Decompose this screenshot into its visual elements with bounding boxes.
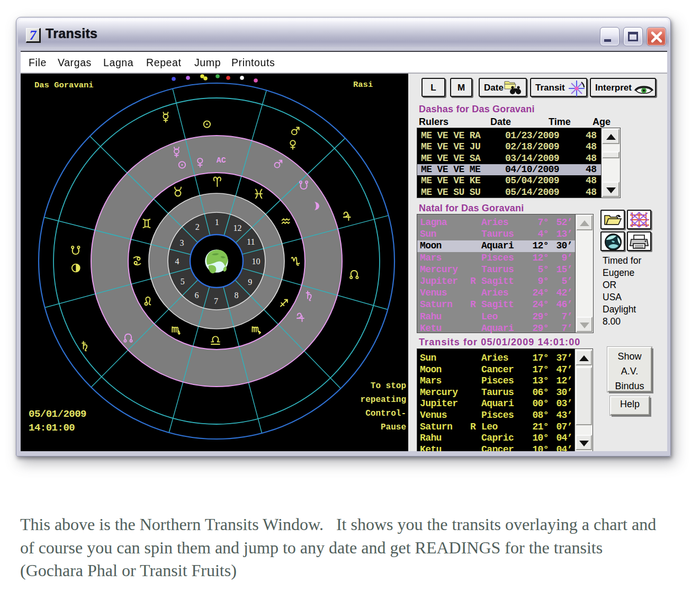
- svg-text:6: 6: [195, 291, 199, 300]
- svg-text:7: 7: [214, 297, 218, 306]
- svg-text:12: 12: [234, 223, 242, 232]
- svg-text:9: 9: [248, 277, 252, 286]
- svg-text:3: 3: [180, 238, 184, 247]
- svg-text:10: 10: [252, 257, 261, 266]
- svg-text:1: 1: [215, 218, 219, 227]
- svg-text:2: 2: [195, 222, 200, 231]
- svg-text:AC: AC: [217, 156, 226, 165]
- svg-text:8: 8: [235, 291, 239, 300]
- svg-text:4: 4: [175, 257, 180, 266]
- svg-text:11: 11: [247, 237, 255, 246]
- svg-text:5: 5: [181, 277, 185, 286]
